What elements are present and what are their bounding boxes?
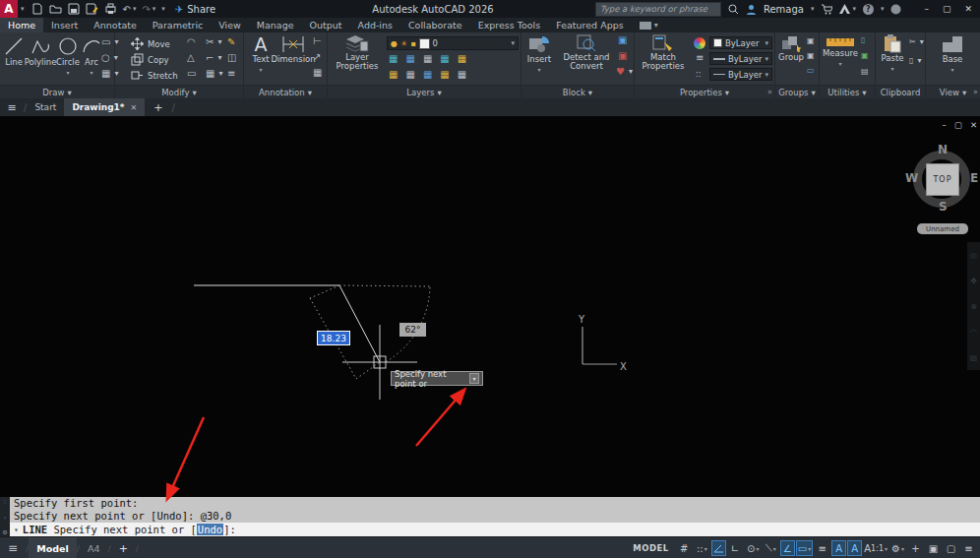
arc-button[interactable]: Arc ▾: [81, 35, 102, 77]
user-avatar-icon[interactable]: [746, 4, 757, 15]
layer-tools-row-2[interactable]: ▦▦ ▦▦ ▦: [389, 70, 466, 80]
layer-properties-button[interactable]: Layer Properties: [332, 34, 383, 71]
layer-dropdown[interactable]: ● ☀ ▪ 0 ▾: [387, 36, 519, 50]
panel-label-view[interactable]: View▾»: [926, 85, 980, 98]
drawing-canvas[interactable]: Y X – ▢ ✕ 18.23 62° Specify next point o…: [0, 116, 980, 497]
polar-tracking-toggle[interactable]: ⊙▾: [745, 540, 762, 556]
clean-screen-toggle[interactable]: ▢: [943, 540, 959, 556]
viewcube-top-face[interactable]: TOP: [926, 163, 959, 196]
stretch-button[interactable]: Stretch: [131, 69, 178, 82]
tab-annotate[interactable]: Annotate: [86, 18, 144, 32]
text-button[interactable]: A Text ▾: [248, 34, 274, 74]
panel-overflow-icon[interactable]: »: [767, 88, 772, 96]
block-favorites-button[interactable]: ♥▾: [616, 67, 633, 77]
rotate-button[interactable]: ◠: [187, 37, 196, 47]
viewcube-south[interactable]: S: [939, 200, 948, 214]
help-chevron-icon[interactable]: ▾: [881, 5, 885, 13]
redo-button[interactable]: ↷▾: [142, 4, 155, 15]
quick-calc-button[interactable]: ▣: [861, 51, 869, 61]
cut-button[interactable]: ✂▾: [909, 37, 924, 47]
block-attrib-button[interactable]: ▣: [618, 51, 627, 61]
steering-wheel-icon[interactable]: ◎: [970, 251, 977, 260]
help-icon[interactable]: ?: [863, 4, 874, 15]
circle-button[interactable]: Circle ▾: [55, 35, 81, 77]
autodesk-apps-icon[interactable]: ▾: [839, 4, 856, 14]
object-snap-tracking-toggle[interactable]: ∠: [780, 540, 795, 556]
search-input[interactable]: [595, 2, 721, 17]
pan-icon[interactable]: ✥: [970, 277, 977, 285]
panel-label-groups[interactable]: Groups▾: [775, 85, 819, 98]
new-drawing-button[interactable]: +: [145, 98, 171, 116]
leader-button[interactable]: ↗: [313, 52, 321, 62]
move-button[interactable]: Move: [131, 37, 170, 50]
panel-overflow-icon[interactable]: »: [973, 88, 978, 96]
file-tab-menu-icon[interactable]: ≡: [0, 98, 24, 116]
annotation-scale-control[interactable]: A1:1▾: [863, 540, 888, 556]
new-layout-button[interactable]: +: [111, 542, 136, 555]
showmotion-icon[interactable]: ▤: [970, 353, 978, 362]
lineweight-dropdown[interactable]: ByLayer ▾: [709, 52, 772, 65]
linetype-dropdown[interactable]: ByLayer ▾: [709, 68, 772, 81]
tab-start[interactable]: Start: [27, 98, 64, 116]
navigation-bar[interactable]: ◎ ✥ ⊕ ◠ ▤: [967, 242, 980, 370]
model-tab[interactable]: Model: [29, 537, 76, 558]
copy-button[interactable]: Copy: [131, 53, 169, 66]
object-snap-toggle[interactable]: ▭▾: [796, 540, 813, 556]
explode-button[interactable]: ◫: [227, 53, 236, 63]
maximize-button[interactable]: ▢: [943, 4, 951, 14]
quick-select-button[interactable]: ▯: [861, 35, 865, 45]
polyline-button[interactable]: Polyline: [26, 35, 55, 67]
offset-button[interactable]: ≡: [227, 69, 235, 79]
panel-label-layers[interactable]: Layers▾: [328, 85, 521, 98]
plot-button[interactable]: [104, 3, 117, 15]
viewcube-east[interactable]: E: [970, 171, 978, 185]
command-option-undo[interactable]: Undo: [197, 524, 223, 535]
scale-button[interactable]: ▭: [187, 69, 196, 79]
array-button[interactable]: ▦▾: [206, 69, 222, 79]
grid-toggle[interactable]: #: [676, 540, 693, 556]
point-style-button[interactable]: ▤: [861, 67, 869, 77]
ungroup-button[interactable]: ▣: [807, 36, 815, 46]
tab-insert[interactable]: Insert: [43, 18, 86, 32]
isodraft-toggle[interactable]: ⟍▾: [763, 540, 779, 556]
viewcube-north[interactable]: N: [938, 143, 948, 156]
user-name[interactable]: Remaga: [764, 4, 804, 15]
save-as-button[interactable]: [86, 3, 98, 15]
block-edit-button[interactable]: ▣: [618, 35, 627, 45]
dynamic-input-distance[interactable]: 18.23: [317, 331, 350, 345]
dim-linear-button[interactable]: ⊢: [313, 36, 322, 46]
erase-button[interactable]: ✎: [227, 37, 235, 47]
save-button[interactable]: [68, 3, 80, 15]
chevron-down-icon[interactable]: ▾: [21, 5, 25, 13]
layout-tab-a4[interactable]: A4: [80, 543, 108, 554]
command-input-row[interactable]: ▾ LINE Specify next point or [Undo]:: [10, 523, 980, 536]
insert-block-button[interactable]: Insert ▾: [524, 34, 554, 74]
minimize-button[interactable]: –: [924, 4, 929, 14]
viewcube-view-pill[interactable]: Unnamed: [917, 223, 968, 234]
autocad-logo-icon[interactable]: A: [0, 0, 18, 18]
tab-view[interactable]: View: [211, 18, 249, 32]
drawing-minimize-icon[interactable]: –: [943, 120, 947, 130]
customization-gear[interactable]: ⚙▾: [889, 540, 906, 556]
undo-button[interactable]: ↶▾: [123, 4, 137, 15]
qat-customize-chevron-icon[interactable]: ▾: [161, 5, 165, 13]
copy-clip-button[interactable]: ▯▾: [909, 56, 921, 66]
assistant-icon[interactable]: [890, 4, 901, 15]
orbit-icon[interactable]: ◠: [970, 328, 977, 337]
panel-label-annotation[interactable]: Annotation▾: [244, 85, 327, 98]
tab-output[interactable]: Output: [302, 18, 350, 32]
tab-drawing1[interactable]: Drawing1* ✕: [64, 98, 145, 116]
tab-collaborate[interactable]: Collaborate: [400, 18, 470, 32]
panel-label-draw[interactable]: Draw▾: [0, 85, 114, 98]
tab-manage[interactable]: Manage: [249, 18, 302, 32]
panel-label-block[interactable]: Block▾: [521, 85, 634, 98]
paste-button[interactable]: Paste ▾: [879, 34, 906, 73]
group-selection-toggle[interactable]: ▭: [807, 66, 815, 76]
measure-button[interactable]: Measure ▾: [823, 34, 858, 68]
command-history-icon[interactable]: ∵: [3, 498, 7, 505]
ribbon-minimize-control[interactable]: ▾: [640, 18, 658, 32]
mirror-button[interactable]: △: [187, 53, 195, 63]
group-edit-button[interactable]: ▣: [807, 51, 815, 61]
dynamic-input-toggle[interactable]: [711, 540, 726, 556]
drawing-restore-icon[interactable]: ▢: [954, 120, 962, 130]
